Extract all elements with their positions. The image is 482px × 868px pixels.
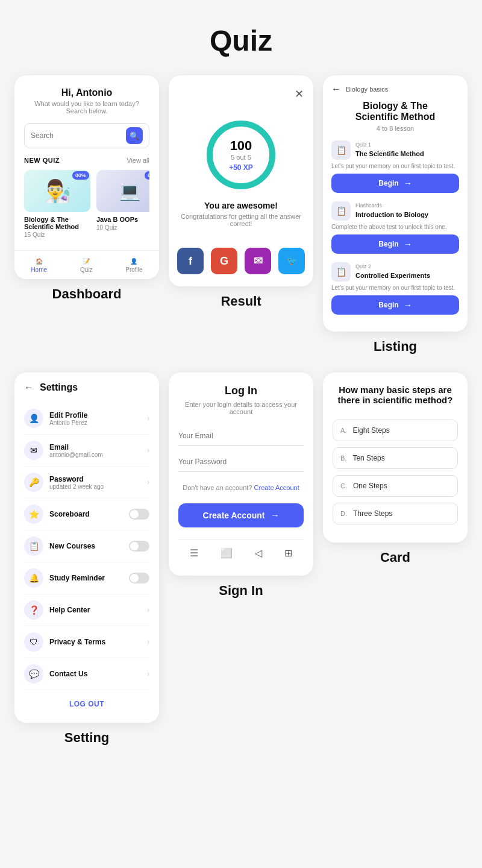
bio-badge: 00% bbox=[72, 171, 89, 180]
begin-label-2: Begin bbox=[378, 240, 398, 248]
android-home-icon[interactable]: ⬜ bbox=[221, 547, 233, 559]
scoreboard-toggle[interactable] bbox=[129, 509, 149, 520]
dashboard-inner: Hi, Antonio What would you like to learn… bbox=[14, 75, 159, 238]
nav-home[interactable]: 🏠 Home bbox=[31, 258, 47, 273]
listing-back-button[interactable]: ← bbox=[331, 84, 341, 95]
view-all-link[interactable]: View all bbox=[127, 157, 149, 164]
quiz-question: How many basic steps are there in scient… bbox=[333, 385, 458, 405]
signin-panel-wrap: Log In Enter your login details to acces… bbox=[169, 373, 313, 752]
lesson-icon-3: 📋 bbox=[331, 262, 351, 281]
search-button[interactable]: 🔍 bbox=[126, 127, 143, 144]
search-input[interactable] bbox=[31, 131, 126, 140]
password-field-wrap[interactable] bbox=[178, 456, 304, 472]
begin-arrow-2: → bbox=[404, 239, 412, 249]
lesson-type-1: Quiz 1 bbox=[355, 142, 424, 148]
lesson-name-2: Introduction to Biology bbox=[355, 211, 428, 218]
lesson-row-1: 📋 Quiz 1 The Scientific Method bbox=[331, 140, 459, 160]
bottom-nav: 🏠 Home 📝 Quiz 👤 Profile bbox=[14, 250, 159, 279]
android-back-icon[interactable]: ◁ bbox=[255, 547, 262, 559]
edit-profile-sub: Antonio Perez bbox=[49, 420, 141, 426]
listing-panel: ← Biology basics Biology & TheScientific… bbox=[323, 75, 468, 332]
twitter-share-button[interactable]: 🐦 bbox=[278, 248, 305, 274]
android-menu-icon[interactable]: ☰ bbox=[190, 547, 198, 559]
contact-title: Contact Us bbox=[49, 670, 141, 678]
contact-icon: 💬 bbox=[24, 664, 43, 684]
no-account-text: Don't have an account? bbox=[183, 484, 252, 491]
create-account-link[interactable]: Create Account bbox=[254, 484, 299, 491]
answer-option-b[interactable]: B. Ten Steps bbox=[333, 447, 458, 469]
result-inner: ✕ 100 5 out 5 +50 XP You are awesome! Co… bbox=[169, 75, 313, 286]
settings-contact[interactable]: 💬 Contact Us › bbox=[24, 658, 149, 690]
settings-header: ← Settings bbox=[24, 382, 149, 393]
signin-inner: Log In Enter your login details to acces… bbox=[169, 373, 313, 576]
logout-button[interactable]: LOG OUT bbox=[24, 690, 149, 713]
password-field[interactable] bbox=[178, 458, 304, 466]
answer-option-a[interactable]: A. Eight Steps bbox=[333, 420, 458, 441]
settings-new-courses[interactable]: 📋 New Courses bbox=[24, 530, 149, 562]
android-apps-icon[interactable]: ⊞ bbox=[284, 547, 292, 559]
google-share-button[interactable]: G bbox=[211, 248, 237, 274]
begin-label-3: Begin bbox=[378, 301, 398, 309]
listing-inner: ← Biology basics Biology & TheScientific… bbox=[323, 75, 468, 332]
result-message: You are awesome! Congratulations for get… bbox=[178, 201, 304, 227]
facebook-share-button[interactable]: f bbox=[177, 248, 204, 274]
listing-breadcrumb: Biology basics bbox=[346, 86, 388, 93]
result-close-button[interactable]: ✕ bbox=[295, 87, 304, 101]
begin-button-2[interactable]: Begin → bbox=[331, 234, 459, 254]
result-panel: ✕ 100 5 out 5 +50 XP You are awesome! Co… bbox=[169, 75, 313, 286]
score-text: 100 5 out 5 +50 XP bbox=[229, 138, 253, 172]
email-field-wrap[interactable] bbox=[178, 430, 304, 446]
password-sub: updated 2 week ago bbox=[49, 483, 141, 490]
privacy-info: Privacy & Terms bbox=[49, 638, 141, 646]
answer-option-c[interactable]: C. One Steps bbox=[333, 475, 458, 497]
edit-profile-arrow: › bbox=[147, 414, 149, 423]
settings-email[interactable]: ✉ Email antonio@gmail.com › bbox=[24, 435, 149, 467]
score-xp: +50 XP bbox=[229, 163, 253, 172]
search-bar[interactable]: 🔍 bbox=[24, 123, 149, 148]
email-field[interactable] bbox=[178, 432, 304, 440]
create-btn-label: Create Account bbox=[203, 511, 265, 520]
edit-profile-info: Edit Profile Antonio Perez bbox=[49, 411, 141, 426]
dashboard-panel-wrap: Hi, Antonio What would you like to learn… bbox=[14, 75, 159, 360]
email-share-button[interactable]: ✉ bbox=[245, 248, 271, 274]
listing-label: Listing bbox=[323, 339, 468, 360]
nav-quiz-label: Quiz bbox=[80, 266, 93, 273]
study-reminder-toggle[interactable] bbox=[129, 573, 149, 583]
settings-back-button[interactable]: ← bbox=[24, 382, 34, 393]
greeting-name: Hi, Antonio bbox=[24, 87, 149, 98]
greeting-subtitle: What would you like to learn today? Sear… bbox=[24, 100, 149, 115]
result-subtitle: Congratulations for getting all the answ… bbox=[178, 213, 304, 227]
section-new-quiz-label: NEW QUIZ bbox=[24, 157, 60, 164]
settings-scoreboard[interactable]: ⭐ Scoreboard bbox=[24, 498, 149, 530]
edit-profile-title: Edit Profile bbox=[49, 411, 141, 420]
listing-subtitle: 4 to 8 lesson bbox=[331, 125, 459, 132]
quiz-card-biology[interactable]: 👨‍🔬 00% Biology & The Scientific Method … bbox=[24, 170, 90, 238]
password-info: Password updated 2 week ago bbox=[49, 475, 141, 490]
settings-panel: ← Settings 👤 Edit Profile Antonio Perez … bbox=[14, 373, 159, 723]
settings-edit-profile[interactable]: 👤 Edit Profile Antonio Perez › bbox=[24, 403, 149, 435]
answer-option-d[interactable]: D. Three Steps bbox=[333, 503, 458, 524]
card-label: Card bbox=[323, 550, 468, 571]
lesson-desc-2: Complete the above test to unlock this o… bbox=[331, 224, 459, 230]
quiz-card-java[interactable]: 💻 00% Java B OOPs 10 Quiz bbox=[96, 170, 149, 238]
android-navigation: ☰ ⬜ ◁ ⊞ bbox=[178, 539, 304, 564]
settings-privacy[interactable]: 🛡 Privacy & Terms › bbox=[24, 626, 149, 658]
settings-study-reminder[interactable]: 🔔 Study Reminder bbox=[24, 562, 149, 594]
java-card-count: 10 Quiz bbox=[96, 224, 149, 231]
answer-label-a: A. bbox=[340, 427, 346, 434]
nav-profile[interactable]: 👤 Profile bbox=[125, 258, 142, 273]
create-account-button[interactable]: Create Account → bbox=[178, 503, 304, 527]
begin-button-3[interactable]: Begin → bbox=[331, 295, 459, 315]
settings-help-center[interactable]: ❓ Help Center › bbox=[24, 594, 149, 626]
privacy-icon: 🛡 bbox=[24, 632, 43, 652]
quiz-icon: 📝 bbox=[83, 258, 90, 265]
begin-button-1[interactable]: Begin → bbox=[331, 174, 459, 193]
home-icon: 🏠 bbox=[36, 258, 43, 265]
scoreboard-info: Scoreboard bbox=[49, 510, 123, 518]
new-courses-toggle[interactable] bbox=[129, 541, 149, 552]
score-number: 100 bbox=[229, 138, 253, 154]
settings-password[interactable]: 🔑 Password updated 2 week ago › bbox=[24, 467, 149, 498]
answer-text-a: Eight Steps bbox=[352, 426, 389, 435]
answer-text-b: Ten Steps bbox=[352, 454, 384, 462]
nav-quiz[interactable]: 📝 Quiz bbox=[80, 258, 93, 273]
